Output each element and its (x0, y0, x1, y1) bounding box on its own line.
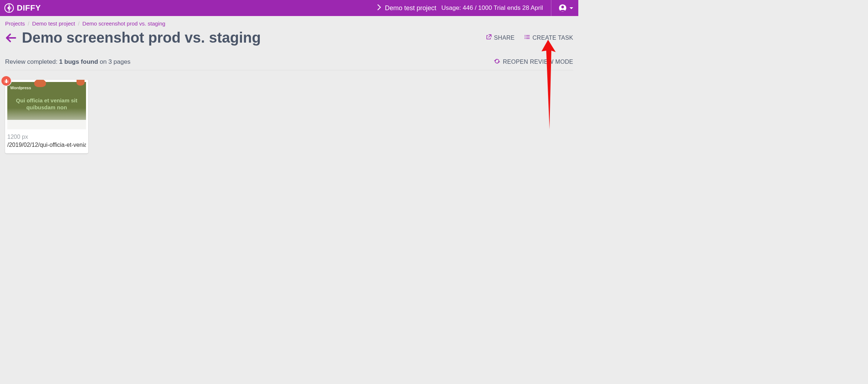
breadcrumb-link-project[interactable]: Demo test project (32, 20, 75, 27)
nav-project-name: Demo test project (385, 4, 436, 12)
card-thumbnail: Wordpress Qui officia et veniam sit quib… (7, 82, 86, 129)
back-arrow-icon[interactable] (5, 32, 17, 44)
share-label: SHARE (494, 35, 515, 41)
nav-usage-text: Usage: 446 / 1000 Trial ends 28 April (441, 4, 543, 12)
thumb-decor (77, 80, 85, 86)
main-content: Projects / Demo test project / Demo scre… (0, 16, 578, 164)
reopen-review-button[interactable]: REOPEN REVIEW MODE (494, 58, 573, 66)
cards-grid: Wordpress Qui officia et veniam sit quib… (5, 80, 573, 153)
list-icon (524, 34, 530, 42)
title-left: Demo screenshot prod vs. staging (5, 30, 261, 46)
screenshot-card[interactable]: Wordpress Qui officia et veniam sit quib… (5, 80, 88, 153)
svg-rect-8 (526, 38, 530, 39)
navbar-right: Demo test project Usage: 446 / 1000 Tria… (377, 0, 573, 16)
svg-rect-6 (526, 37, 530, 38)
svg-point-3 (525, 35, 525, 36)
card-path: /2019/02/12/qui-officia-et-veniam- (7, 142, 86, 148)
nav-project-selector[interactable]: Demo test project (377, 4, 436, 12)
card-wrap: Wordpress Qui officia et veniam sit quib… (5, 80, 88, 153)
status-prefix: Review completed: (5, 58, 59, 65)
card-breakpoint: 1200 px (7, 134, 86, 140)
caret-down-icon (570, 7, 573, 9)
review-status: Review completed: 1 bugs found on 3 page… (5, 58, 130, 66)
svg-point-5 (525, 36, 525, 37)
create-task-button[interactable]: CREATE TASK (524, 34, 573, 42)
title-row: Demo screenshot prod vs. staging SHARE C… (5, 30, 573, 46)
breadcrumb-separator: / (28, 20, 29, 27)
breadcrumb-link-current[interactable]: Demo screenshot prod vs. staging (82, 20, 165, 27)
status-bugs: 1 bugs found (59, 58, 98, 65)
svg-rect-4 (526, 35, 530, 36)
thumb-headline: Qui officia et veniam sit quibusdam non (7, 97, 86, 111)
share-button[interactable]: SHARE (486, 34, 515, 42)
card-meta: 1200 px /2019/02/12/qui-officia-et-venia… (5, 129, 88, 153)
brand-logo-icon (4, 3, 14, 13)
navbar: DIFFY Demo test project Usage: 446 / 100… (0, 0, 578, 16)
user-menu[interactable] (551, 0, 573, 16)
bug-badge (1, 76, 11, 86)
refresh-icon (494, 58, 500, 66)
svg-point-10 (5, 79, 7, 80)
share-icon (486, 34, 492, 42)
reopen-label: REOPEN REVIEW MODE (503, 59, 573, 65)
title-actions: SHARE CREATE TASK (486, 34, 573, 42)
brand[interactable]: DIFFY (4, 3, 41, 13)
breadcrumb: Projects / Demo test project / Demo scre… (5, 20, 573, 27)
user-avatar-icon (559, 4, 567, 12)
status-row: Review completed: 1 bugs found on 3 page… (5, 58, 573, 70)
breadcrumb-separator: / (78, 20, 79, 27)
chevron-right-icon (377, 4, 381, 12)
thumb-decor (34, 80, 46, 87)
create-task-label: CREATE TASK (532, 35, 573, 41)
thumb-site-label: Wordpress (10, 86, 31, 90)
brand-text: DIFFY (17, 3, 41, 13)
status-suffix: on 3 pages (98, 58, 130, 65)
svg-point-2 (561, 6, 564, 8)
thumb-bottom-strip (7, 120, 86, 129)
page-title: Demo screenshot prod vs. staging (22, 30, 261, 46)
bug-icon (4, 78, 9, 84)
breadcrumb-link-projects[interactable]: Projects (5, 20, 25, 27)
svg-point-7 (525, 38, 525, 39)
svg-point-9 (5, 80, 7, 83)
